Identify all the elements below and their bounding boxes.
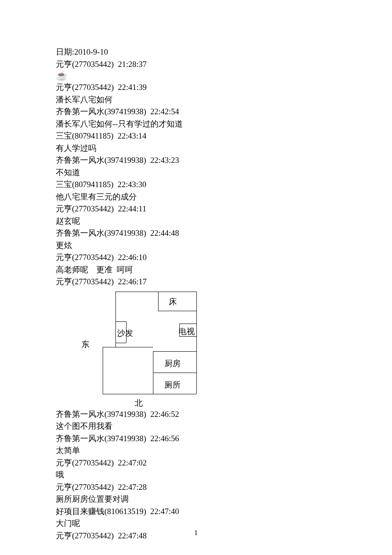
message-header: 元亨(277035442) 22:44:11 bbox=[56, 203, 392, 215]
label-toilet: 厕所 bbox=[164, 379, 181, 391]
message-body: 这个图不用我看 bbox=[56, 420, 392, 433]
message-body: 赵玄呢 bbox=[56, 215, 392, 228]
message-body: 高老师呢 更准 呵呵 bbox=[56, 264, 392, 276]
label-bed: 床 bbox=[169, 296, 177, 308]
message-header: 三宝(807941185) 22:43:30 bbox=[56, 179, 392, 191]
label-kitchen: 厨房 bbox=[164, 358, 181, 370]
message-body: 太简单 bbox=[56, 445, 392, 457]
message-body: 更炫 bbox=[56, 240, 392, 252]
message-body: 潘长军八宅如何--只有学过的才知道 bbox=[56, 118, 392, 130]
page-number: 1 bbox=[0, 527, 392, 538]
message-header: 元亨(277035442) 21:28:37 bbox=[56, 58, 392, 71]
message-header: 三宝(807941185) 22:43:14 bbox=[56, 130, 392, 142]
message-header: 好项目来赚钱(810613519) 22:47:40 bbox=[56, 506, 392, 518]
message-header: 元亨(277035442) 22:46:10 bbox=[56, 251, 392, 264]
label-tv: 电视 bbox=[179, 326, 195, 338]
message-header: 齐鲁第一风水(397419938) 22:44:48 bbox=[56, 227, 392, 240]
message-header: 元亨(277035442) 22:41:39 bbox=[56, 81, 392, 94]
coffee-emoji: ☕ bbox=[56, 70, 392, 81]
page: 日期:2010-9-10 元亨(277035442) 21:28:37☕元亨(2… bbox=[0, 0, 392, 555]
message-header: 齐鲁第一风水(397419938) 22:46:56 bbox=[56, 433, 392, 445]
floor-plan-diagram: 东 床 沙发 电视 厨房 厕所 北 bbox=[81, 292, 209, 407]
message-header: 元亨(277035442) 22:47:02 bbox=[56, 457, 392, 469]
message-body: 厕所厨房位置要对调 bbox=[56, 493, 392, 506]
messages-block-bottom: 齐鲁第一风水(397419938) 22:46:52这个图不用我看齐鲁第一风水(… bbox=[56, 408, 392, 542]
label-sofa: 沙发 bbox=[117, 327, 133, 340]
message-header: 元亨(277035442) 22:46:17 bbox=[56, 276, 392, 288]
message-body: 哦 bbox=[56, 469, 392, 481]
message-body: 不知道 bbox=[56, 167, 392, 179]
message-header: 齐鲁第一风水(397419938) 22:46:52 bbox=[56, 408, 392, 421]
message-header: 元亨(277035442) 22:47:28 bbox=[56, 481, 392, 494]
message-header: 齐鲁第一风水(397419938) 22:43:23 bbox=[56, 154, 392, 167]
message-header: 齐鲁第一风水(397419938) 22:42:54 bbox=[56, 106, 392, 118]
message-body: 潘长军八宅如何 bbox=[56, 94, 392, 106]
message-body: 有人学过吗 bbox=[56, 142, 392, 155]
label-north: 北 bbox=[135, 397, 143, 410]
message-body: 他八宅里有三元的成分 bbox=[56, 191, 392, 203]
messages-block-top: 元亨(277035442) 21:28:37☕元亨(277035442) 22:… bbox=[56, 58, 392, 288]
date-line: 日期:2010-9-10 bbox=[56, 46, 392, 58]
label-east: 东 bbox=[81, 338, 89, 351]
